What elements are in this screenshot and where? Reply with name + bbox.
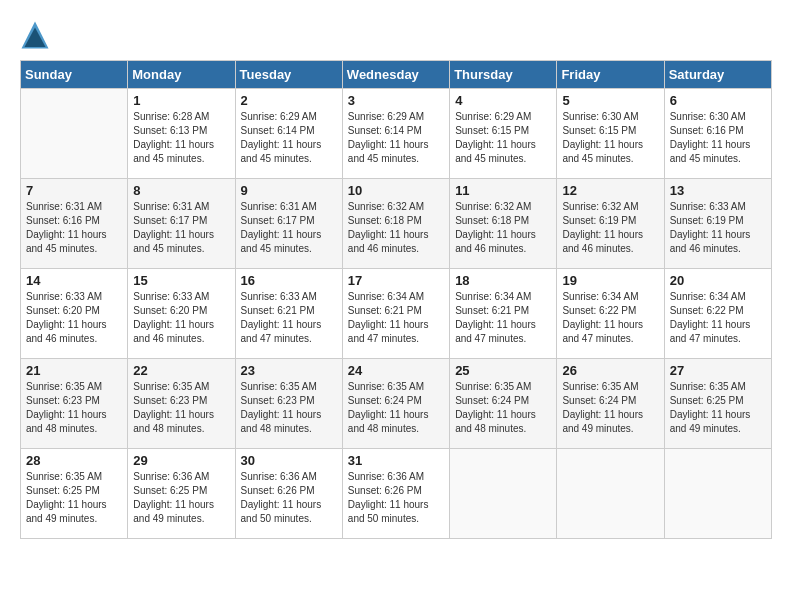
calendar-cell: 24 Sunrise: 6:35 AMSunset: 6:24 PMDaylig… (342, 359, 449, 449)
header-wednesday: Wednesday (342, 61, 449, 89)
calendar-cell: 8 Sunrise: 6:31 AMSunset: 6:17 PMDayligh… (128, 179, 235, 269)
day-number: 18 (455, 273, 551, 288)
week-row-3: 21 Sunrise: 6:35 AMSunset: 6:23 PMDaylig… (21, 359, 772, 449)
header-monday: Monday (128, 61, 235, 89)
day-info: Sunrise: 6:35 AMSunset: 6:25 PMDaylight:… (26, 470, 122, 526)
header-thursday: Thursday (450, 61, 557, 89)
day-info: Sunrise: 6:31 AMSunset: 6:17 PMDaylight:… (133, 200, 229, 256)
day-number: 17 (348, 273, 444, 288)
calendar-cell: 19 Sunrise: 6:34 AMSunset: 6:22 PMDaylig… (557, 269, 664, 359)
calendar-cell: 3 Sunrise: 6:29 AMSunset: 6:14 PMDayligh… (342, 89, 449, 179)
day-info: Sunrise: 6:32 AMSunset: 6:19 PMDaylight:… (562, 200, 658, 256)
calendar-cell: 2 Sunrise: 6:29 AMSunset: 6:14 PMDayligh… (235, 89, 342, 179)
header-friday: Friday (557, 61, 664, 89)
calendar-cell: 13 Sunrise: 6:33 AMSunset: 6:19 PMDaylig… (664, 179, 771, 269)
day-info: Sunrise: 6:33 AMSunset: 6:19 PMDaylight:… (670, 200, 766, 256)
week-row-4: 28 Sunrise: 6:35 AMSunset: 6:25 PMDaylig… (21, 449, 772, 539)
day-number: 21 (26, 363, 122, 378)
day-info: Sunrise: 6:35 AMSunset: 6:23 PMDaylight:… (241, 380, 337, 436)
calendar-cell: 6 Sunrise: 6:30 AMSunset: 6:16 PMDayligh… (664, 89, 771, 179)
calendar-cell (557, 449, 664, 539)
day-number: 20 (670, 273, 766, 288)
calendar-cell: 4 Sunrise: 6:29 AMSunset: 6:15 PMDayligh… (450, 89, 557, 179)
calendar-cell: 20 Sunrise: 6:34 AMSunset: 6:22 PMDaylig… (664, 269, 771, 359)
day-number: 9 (241, 183, 337, 198)
calendar-cell (21, 89, 128, 179)
day-info: Sunrise: 6:34 AMSunset: 6:21 PMDaylight:… (455, 290, 551, 346)
calendar-cell: 28 Sunrise: 6:35 AMSunset: 6:25 PMDaylig… (21, 449, 128, 539)
day-number: 4 (455, 93, 551, 108)
calendar-cell: 16 Sunrise: 6:33 AMSunset: 6:21 PMDaylig… (235, 269, 342, 359)
day-number: 26 (562, 363, 658, 378)
day-info: Sunrise: 6:33 AMSunset: 6:21 PMDaylight:… (241, 290, 337, 346)
day-number: 1 (133, 93, 229, 108)
day-number: 14 (26, 273, 122, 288)
day-info: Sunrise: 6:31 AMSunset: 6:16 PMDaylight:… (26, 200, 122, 256)
day-info: Sunrise: 6:29 AMSunset: 6:14 PMDaylight:… (241, 110, 337, 166)
calendar-cell: 1 Sunrise: 6:28 AMSunset: 6:13 PMDayligh… (128, 89, 235, 179)
calendar-cell: 17 Sunrise: 6:34 AMSunset: 6:21 PMDaylig… (342, 269, 449, 359)
day-info: Sunrise: 6:31 AMSunset: 6:17 PMDaylight:… (241, 200, 337, 256)
calendar-cell: 29 Sunrise: 6:36 AMSunset: 6:25 PMDaylig… (128, 449, 235, 539)
calendar-cell: 31 Sunrise: 6:36 AMSunset: 6:26 PMDaylig… (342, 449, 449, 539)
header-saturday: Saturday (664, 61, 771, 89)
calendar-header-row: SundayMondayTuesdayWednesdayThursdayFrid… (21, 61, 772, 89)
day-info: Sunrise: 6:33 AMSunset: 6:20 PMDaylight:… (26, 290, 122, 346)
day-number: 25 (455, 363, 551, 378)
page-header (20, 20, 772, 50)
day-number: 29 (133, 453, 229, 468)
day-number: 12 (562, 183, 658, 198)
day-info: Sunrise: 6:34 AMSunset: 6:22 PMDaylight:… (562, 290, 658, 346)
calendar-cell: 12 Sunrise: 6:32 AMSunset: 6:19 PMDaylig… (557, 179, 664, 269)
day-number: 3 (348, 93, 444, 108)
calendar-cell: 5 Sunrise: 6:30 AMSunset: 6:15 PMDayligh… (557, 89, 664, 179)
day-number: 30 (241, 453, 337, 468)
day-info: Sunrise: 6:32 AMSunset: 6:18 PMDaylight:… (348, 200, 444, 256)
day-number: 8 (133, 183, 229, 198)
calendar-cell: 23 Sunrise: 6:35 AMSunset: 6:23 PMDaylig… (235, 359, 342, 449)
logo-icon (20, 20, 50, 50)
day-info: Sunrise: 6:30 AMSunset: 6:16 PMDaylight:… (670, 110, 766, 166)
calendar-cell: 22 Sunrise: 6:35 AMSunset: 6:23 PMDaylig… (128, 359, 235, 449)
week-row-0: 1 Sunrise: 6:28 AMSunset: 6:13 PMDayligh… (21, 89, 772, 179)
logo (20, 20, 52, 50)
calendar-cell: 15 Sunrise: 6:33 AMSunset: 6:20 PMDaylig… (128, 269, 235, 359)
calendar-cell: 26 Sunrise: 6:35 AMSunset: 6:24 PMDaylig… (557, 359, 664, 449)
day-info: Sunrise: 6:35 AMSunset: 6:24 PMDaylight:… (455, 380, 551, 436)
day-info: Sunrise: 6:29 AMSunset: 6:14 PMDaylight:… (348, 110, 444, 166)
day-info: Sunrise: 6:35 AMSunset: 6:23 PMDaylight:… (133, 380, 229, 436)
day-info: Sunrise: 6:35 AMSunset: 6:23 PMDaylight:… (26, 380, 122, 436)
calendar-cell: 21 Sunrise: 6:35 AMSunset: 6:23 PMDaylig… (21, 359, 128, 449)
calendar-cell: 9 Sunrise: 6:31 AMSunset: 6:17 PMDayligh… (235, 179, 342, 269)
day-number: 27 (670, 363, 766, 378)
day-number: 19 (562, 273, 658, 288)
day-info: Sunrise: 6:36 AMSunset: 6:25 PMDaylight:… (133, 470, 229, 526)
day-number: 2 (241, 93, 337, 108)
calendar-cell: 14 Sunrise: 6:33 AMSunset: 6:20 PMDaylig… (21, 269, 128, 359)
calendar-cell: 30 Sunrise: 6:36 AMSunset: 6:26 PMDaylig… (235, 449, 342, 539)
day-info: Sunrise: 6:28 AMSunset: 6:13 PMDaylight:… (133, 110, 229, 166)
day-info: Sunrise: 6:35 AMSunset: 6:24 PMDaylight:… (348, 380, 444, 436)
day-info: Sunrise: 6:35 AMSunset: 6:25 PMDaylight:… (670, 380, 766, 436)
week-row-1: 7 Sunrise: 6:31 AMSunset: 6:16 PMDayligh… (21, 179, 772, 269)
day-info: Sunrise: 6:32 AMSunset: 6:18 PMDaylight:… (455, 200, 551, 256)
day-number: 16 (241, 273, 337, 288)
calendar-cell (664, 449, 771, 539)
calendar-cell: 10 Sunrise: 6:32 AMSunset: 6:18 PMDaylig… (342, 179, 449, 269)
day-number: 7 (26, 183, 122, 198)
day-info: Sunrise: 6:29 AMSunset: 6:15 PMDaylight:… (455, 110, 551, 166)
calendar-cell: 11 Sunrise: 6:32 AMSunset: 6:18 PMDaylig… (450, 179, 557, 269)
day-number: 10 (348, 183, 444, 198)
calendar-cell: 7 Sunrise: 6:31 AMSunset: 6:16 PMDayligh… (21, 179, 128, 269)
week-row-2: 14 Sunrise: 6:33 AMSunset: 6:20 PMDaylig… (21, 269, 772, 359)
day-info: Sunrise: 6:34 AMSunset: 6:22 PMDaylight:… (670, 290, 766, 346)
header-tuesday: Tuesday (235, 61, 342, 89)
day-info: Sunrise: 6:35 AMSunset: 6:24 PMDaylight:… (562, 380, 658, 436)
calendar-cell (450, 449, 557, 539)
day-info: Sunrise: 6:36 AMSunset: 6:26 PMDaylight:… (348, 470, 444, 526)
day-info: Sunrise: 6:33 AMSunset: 6:20 PMDaylight:… (133, 290, 229, 346)
day-info: Sunrise: 6:30 AMSunset: 6:15 PMDaylight:… (562, 110, 658, 166)
calendar-cell: 18 Sunrise: 6:34 AMSunset: 6:21 PMDaylig… (450, 269, 557, 359)
day-number: 22 (133, 363, 229, 378)
day-number: 15 (133, 273, 229, 288)
